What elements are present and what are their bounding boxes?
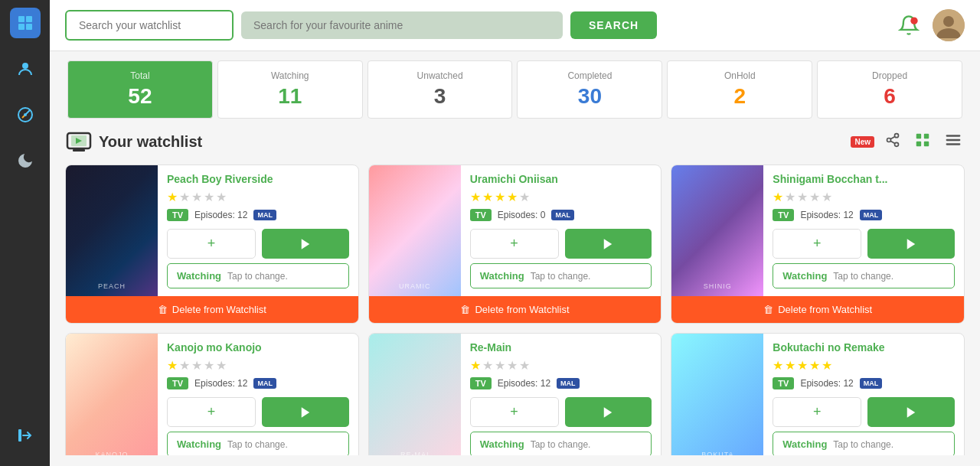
play-button[interactable] bbox=[867, 397, 955, 427]
type-badge: TV bbox=[167, 377, 188, 389]
add-button[interactable]: + bbox=[470, 397, 559, 427]
new-badge: New bbox=[851, 136, 874, 148]
svg-rect-21 bbox=[924, 133, 929, 138]
star-filled-icon: ★ bbox=[470, 190, 481, 204]
stat-onhold[interactable]: OnHold 2 bbox=[667, 60, 812, 119]
delete-row[interactable]: 🗑 Delete from Watchlist bbox=[671, 296, 964, 323]
card-image: Shinig bbox=[671, 165, 763, 296]
sidebar-item-night[interactable] bbox=[10, 145, 41, 176]
svg-line-19 bbox=[890, 136, 895, 138]
play-button[interactable] bbox=[565, 229, 652, 259]
card-image: Peach bbox=[66, 165, 158, 296]
list-view-icon[interactable] bbox=[942, 129, 965, 155]
svg-rect-2 bbox=[18, 24, 24, 30]
card-image: Re-Mai bbox=[369, 334, 461, 455]
play-button[interactable] bbox=[262, 397, 349, 427]
mal-badge[interactable]: MAL bbox=[253, 378, 276, 389]
card-image-label: Bokuta bbox=[671, 334, 763, 455]
episodes-text: Episodes: 12 bbox=[800, 378, 853, 389]
delete-row[interactable]: 🗑 Delete from Watchlist bbox=[66, 296, 358, 323]
add-button[interactable]: + bbox=[167, 229, 256, 259]
card-image-label: Peach bbox=[66, 165, 158, 296]
card-stars[interactable]: ★★★★★ bbox=[470, 358, 652, 373]
stat-dropped[interactable]: Dropped 6 bbox=[817, 60, 962, 119]
watching-row[interactable]: Watching Tap to change. bbox=[470, 263, 652, 288]
svg-point-6 bbox=[24, 113, 27, 116]
watching-row[interactable]: Watching Tap to change. bbox=[773, 263, 955, 288]
stat-unwatched[interactable]: Unwatched 3 bbox=[368, 60, 513, 119]
search-anime-input[interactable] bbox=[241, 11, 563, 39]
star-filled-icon: ★ bbox=[785, 358, 795, 373]
card-title: Peach Boy Riverside bbox=[167, 173, 349, 185]
card-buttons: + bbox=[470, 397, 652, 427]
mal-badge[interactable]: MAL bbox=[253, 210, 276, 220]
play-button[interactable] bbox=[867, 229, 955, 259]
card-stars[interactable]: ★★★★★ bbox=[773, 190, 955, 204]
stat-watching[interactable]: Watching 11 bbox=[217, 60, 363, 119]
star-empty-icon: ★ bbox=[519, 358, 530, 373]
tv-watchlist-icon bbox=[65, 128, 93, 155]
card-stars[interactable]: ★★★★★ bbox=[773, 358, 955, 373]
svg-marker-31 bbox=[604, 407, 612, 418]
add-button[interactable]: + bbox=[773, 397, 861, 427]
mal-badge[interactable]: MAL bbox=[860, 378, 883, 389]
stat-onhold-label: OnHold bbox=[680, 70, 799, 81]
card-buttons: + bbox=[773, 229, 955, 259]
tap-change-text: Tap to change. bbox=[227, 271, 288, 282]
avatar[interactable] bbox=[933, 9, 965, 41]
stat-total-value: 52 bbox=[80, 84, 200, 109]
star-empty-icon: ★ bbox=[822, 190, 832, 204]
card-image-label: Kanojo bbox=[66, 334, 158, 455]
add-button[interactable]: + bbox=[470, 229, 559, 259]
play-button[interactable] bbox=[565, 397, 652, 427]
search-button[interactable]: SEARCH bbox=[570, 11, 657, 39]
stat-unwatched-value: 3 bbox=[381, 84, 500, 109]
watching-row[interactable]: Watching Tap to change. bbox=[167, 263, 349, 288]
mal-badge[interactable]: MAL bbox=[551, 210, 574, 220]
delete-row[interactable]: 🗑 Delete from Watchlist bbox=[369, 296, 662, 323]
watching-row[interactable]: Watching Tap to change. bbox=[773, 432, 955, 455]
sidebar-item-profile[interactable] bbox=[10, 54, 41, 84]
watching-label: Watching bbox=[480, 438, 524, 450]
watching-label: Watching bbox=[177, 438, 221, 450]
card-stars[interactable]: ★★★★★ bbox=[470, 190, 652, 204]
watching-row[interactable]: Watching Tap to change. bbox=[167, 432, 349, 455]
sidebar-item-stats[interactable] bbox=[10, 99, 41, 130]
notification-bell-icon[interactable] bbox=[894, 11, 923, 40]
delete-text: Delete from Watchlist bbox=[172, 304, 266, 315]
type-badge: TV bbox=[773, 377, 794, 389]
card-stars[interactable]: ★★★★★ bbox=[167, 190, 349, 204]
mal-badge[interactable]: MAL bbox=[557, 378, 580, 389]
stat-total[interactable]: Total 52 bbox=[67, 60, 213, 119]
type-badge: TV bbox=[470, 209, 492, 221]
star-empty-icon: ★ bbox=[797, 190, 808, 204]
mal-badge[interactable]: MAL bbox=[860, 210, 883, 220]
episodes-text: Episodes: 12 bbox=[194, 210, 247, 220]
stat-completed[interactable]: Completed 30 bbox=[517, 60, 662, 119]
card-info: Re-Main ★★★★★ TV Episodes: 12 MAL + Watc… bbox=[461, 334, 662, 455]
search-watchlist-input[interactable] bbox=[65, 10, 234, 41]
svg-marker-30 bbox=[301, 407, 309, 418]
card-top: Uramic Uramichi Oniisan ★★★★★ TV Episode… bbox=[369, 165, 662, 296]
watching-row[interactable]: Watching Tap to change. bbox=[470, 432, 652, 455]
star-filled-icon: ★ bbox=[167, 358, 178, 373]
card-stars[interactable]: ★★★★★ bbox=[167, 358, 349, 373]
grid-view-icon[interactable] bbox=[911, 129, 934, 155]
svg-rect-1 bbox=[26, 16, 32, 22]
svg-point-4 bbox=[22, 63, 28, 69]
share-icon[interactable] bbox=[882, 129, 903, 155]
sidebar-item-logout[interactable] bbox=[10, 420, 41, 451]
header-icons bbox=[894, 9, 965, 41]
add-button[interactable]: + bbox=[167, 397, 256, 427]
card-buttons: + bbox=[470, 229, 652, 259]
star-empty-icon: ★ bbox=[495, 358, 505, 373]
card-buttons: + bbox=[167, 229, 349, 259]
svg-marker-32 bbox=[907, 407, 916, 418]
tap-change-text: Tap to change. bbox=[833, 271, 893, 282]
star-empty-icon: ★ bbox=[482, 358, 493, 373]
play-button[interactable] bbox=[262, 229, 349, 259]
card-title: Uramichi Oniisan bbox=[470, 173, 652, 185]
star-empty-icon: ★ bbox=[507, 358, 518, 373]
add-button[interactable]: + bbox=[773, 229, 861, 259]
sidebar-item-dashboard[interactable] bbox=[10, 8, 41, 38]
